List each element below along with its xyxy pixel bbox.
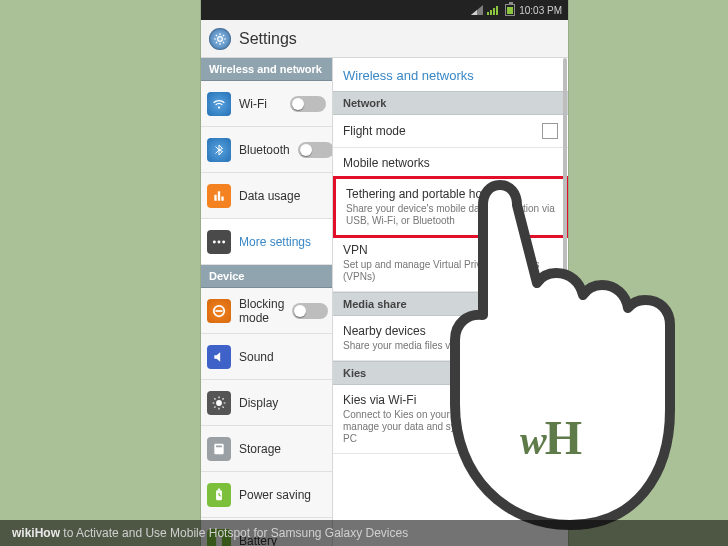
right-label: Kies via Wi-Fi	[343, 393, 558, 407]
settings-main: Wireless and network Wi-Fi Bluetooth Dat…	[201, 58, 568, 546]
left-label: Wi-Fi	[239, 97, 282, 111]
left-scrollbar[interactable]	[563, 58, 567, 518]
right-sublabel: Share your device's mobile data connecti…	[346, 203, 555, 227]
wifi-toggle[interactable]	[290, 96, 326, 112]
right-label: Mobile networks	[343, 156, 558, 170]
left-label: Sound	[239, 350, 326, 364]
power-saving-icon	[207, 483, 231, 507]
right-label: VPN	[343, 243, 558, 257]
svg-rect-3	[496, 6, 498, 15]
bluetooth-icon	[207, 138, 231, 162]
settings-left-column: Wireless and network Wi-Fi Bluetooth Dat…	[201, 58, 333, 546]
left-item-storage[interactable]: Storage	[201, 426, 332, 472]
left-item-sound[interactable]: Sound	[201, 334, 332, 380]
left-label: Power saving	[239, 488, 326, 502]
svg-rect-2	[493, 8, 495, 15]
display-icon	[207, 391, 231, 415]
caption-text: to Activate and Use Mobile Hotspot for S…	[60, 526, 408, 540]
blocking-mode-icon	[207, 299, 231, 323]
left-section-device: Device	[201, 265, 332, 288]
sound-icon	[207, 345, 231, 369]
right-item-flight-mode[interactable]: Flight mode	[333, 115, 568, 148]
right-header-network: Network	[333, 91, 568, 115]
left-item-data-usage[interactable]: Data usage	[201, 173, 332, 219]
svg-point-6	[218, 240, 221, 243]
settings-right-column: Wireless and networks Network Flight mod…	[333, 58, 568, 546]
caption-bar: wikiHow to Activate and Use Mobile Hotsp…	[0, 520, 728, 546]
svg-point-5	[213, 240, 216, 243]
svg-rect-1	[490, 10, 492, 15]
storage-icon	[207, 437, 231, 461]
left-label: Blocking mode	[239, 297, 284, 325]
appbar-title: Settings	[239, 30, 297, 48]
right-panel-title: Wireless and networks	[333, 58, 568, 91]
right-sublabel: Connect to Kies on your PC via Wi-Fi net…	[343, 409, 558, 445]
right-item-tethering-hotspot[interactable]: Tethering and portable hotspot Share you…	[333, 176, 568, 238]
left-item-more-settings[interactable]: More settings	[201, 219, 332, 265]
signal-strength-icon	[471, 5, 483, 15]
app-bar: Settings	[201, 20, 568, 58]
right-label: Flight mode	[343, 124, 534, 138]
left-item-power-saving[interactable]: Power saving	[201, 472, 332, 518]
blocking-toggle[interactable]	[292, 303, 328, 319]
caption-brand: wikiHow	[12, 526, 60, 540]
right-item-mobile-networks[interactable]: Mobile networks	[333, 148, 568, 179]
more-settings-icon	[207, 230, 231, 254]
battery-icon	[505, 4, 515, 16]
svg-rect-0	[487, 12, 489, 15]
left-label: Storage	[239, 442, 326, 456]
right-label: Nearby devices	[343, 324, 558, 338]
status-time: 10:03 PM	[519, 5, 562, 16]
svg-point-10	[216, 400, 222, 406]
left-item-bluetooth[interactable]: Bluetooth	[201, 127, 332, 173]
right-label: Tethering and portable hotspot	[346, 187, 555, 201]
left-item-display[interactable]: Display	[201, 380, 332, 426]
flight-mode-checkbox[interactable]	[542, 123, 558, 139]
right-item-nearby-devices[interactable]: Nearby devices Share your media files vi…	[333, 316, 568, 361]
left-label: Data usage	[239, 189, 326, 203]
left-label: More settings	[239, 235, 326, 249]
left-section-wireless: Wireless and network	[201, 58, 332, 81]
data-usage-icon	[207, 184, 231, 208]
settings-gear-icon	[209, 28, 231, 50]
right-header-media-share: Media share	[333, 292, 568, 316]
svg-point-7	[222, 240, 225, 243]
left-item-wifi[interactable]: Wi-Fi	[201, 81, 332, 127]
svg-rect-11	[214, 443, 223, 454]
left-label: Display	[239, 396, 326, 410]
right-item-kies-wifi[interactable]: Kies via Wi-Fi Connect to Kies on your P…	[333, 385, 568, 454]
wifi-icon	[207, 92, 231, 116]
bluetooth-toggle[interactable]	[298, 142, 333, 158]
right-item-vpn[interactable]: VPN Set up and manage Virtual Private Ne…	[333, 235, 568, 292]
phone-frame: 10:03 PM Settings Wireless and network W…	[201, 0, 568, 546]
svg-rect-14	[218, 488, 220, 490]
status-bar: 10:03 PM	[201, 0, 568, 20]
network-signal-icon	[487, 5, 501, 15]
right-sublabel: Set up and manage Virtual Private Networ…	[343, 259, 558, 283]
svg-point-4	[218, 36, 223, 41]
left-item-blocking-mode[interactable]: Blocking mode	[201, 288, 332, 334]
left-label: Bluetooth	[239, 143, 290, 157]
right-header-kies: Kies	[333, 361, 568, 385]
svg-rect-12	[216, 445, 222, 447]
right-sublabel: Share your media files via DLNA	[343, 340, 558, 352]
